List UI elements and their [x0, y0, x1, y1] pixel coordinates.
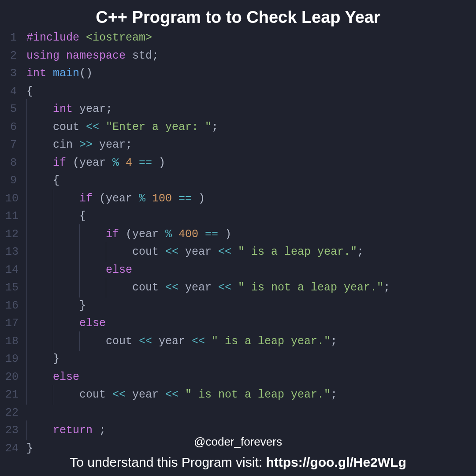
token: ( [99, 192, 106, 205]
token: cout [79, 388, 112, 401]
code-content: { [26, 174, 471, 187]
code-content: else [26, 264, 471, 276]
code-content: int main() [26, 67, 471, 80]
token: ; [212, 121, 218, 134]
code-content: using namespace std; [26, 49, 471, 62]
line-number: 11 [5, 210, 26, 223]
code-content: cout << year << " is not a leap year."; [26, 388, 471, 401]
token: 4 [126, 156, 139, 169]
token: " is a leap year." [238, 245, 357, 258]
line-number: 20 [5, 371, 26, 383]
token: << [165, 245, 185, 258]
token: << [192, 335, 212, 348]
code-line: 16} [5, 299, 471, 317]
token: << [86, 121, 106, 134]
code-line: 9{ [5, 174, 471, 192]
token: % [112, 156, 126, 169]
token: cout [53, 121, 86, 134]
token: cout [106, 335, 139, 348]
token: >> [79, 138, 99, 151]
token: if [79, 192, 99, 205]
token: ; [152, 49, 159, 62]
token: == [205, 228, 225, 241]
code-line: 1#include <iostream> [5, 31, 471, 49]
token: year [106, 192, 139, 205]
token: << [139, 335, 159, 348]
code-content: { [26, 210, 471, 223]
code-line: 7cin >> year; [5, 138, 471, 156]
token: " is not a leap year." [238, 281, 383, 294]
line-number: 6 [5, 121, 26, 134]
line-number: 4 [5, 85, 26, 98]
code-content: cout << "Enter a year: "; [26, 121, 471, 134]
code-line: 19} [5, 353, 471, 371]
token: 100 [152, 192, 178, 205]
line-number: 15 [5, 281, 26, 294]
token: namespace [66, 49, 132, 62]
token: == [139, 156, 159, 169]
line-number: 9 [5, 174, 26, 187]
code-line: 6cout << "Enter a year: "; [5, 121, 471, 139]
line-number: 13 [5, 245, 26, 258]
code-content: else [26, 371, 471, 383]
line-number: 5 [5, 103, 26, 115]
token: std [132, 49, 152, 62]
token: ; [331, 388, 337, 401]
line-number: 21 [5, 388, 26, 401]
line-number: 18 [5, 335, 26, 348]
code-content: cin >> year; [26, 138, 471, 151]
code-line: 18cout << year << " is a leap year."; [5, 335, 471, 353]
footer-text: To understand this Program visit: [70, 455, 266, 469]
code-content: { [26, 85, 471, 98]
token: cout [132, 281, 165, 294]
token: } [53, 353, 60, 365]
token: ) [159, 156, 165, 169]
code-content: } [26, 353, 471, 365]
line-number: 14 [5, 264, 26, 276]
token: == [178, 192, 198, 205]
token: ; [106, 103, 112, 115]
line-number: 16 [5, 299, 26, 312]
code-content: } [26, 299, 471, 312]
token: << [165, 281, 185, 294]
code-line: 15cout << year << " is not a leap year."… [5, 281, 471, 299]
code-content: else [26, 317, 471, 330]
token: int [26, 67, 53, 80]
token: " is a leap year." [212, 335, 331, 348]
footer-note: To understand this Program visit: https:… [0, 455, 476, 470]
token: year [79, 156, 112, 169]
token: else [106, 264, 132, 276]
code-content: #include <iostream> [26, 31, 471, 44]
code-line: 13cout << year << " is a leap year."; [5, 245, 471, 264]
code-line: 11{ [5, 210, 471, 228]
token: ; [126, 138, 132, 151]
token: year [99, 138, 126, 151]
token: << [218, 281, 238, 294]
token: cout [132, 245, 165, 258]
token: <iostream> [86, 31, 152, 44]
token: year [132, 388, 165, 401]
token: "Enter a year: " [106, 121, 212, 134]
code-content: if (year % 400 == ) [26, 228, 471, 241]
token: 400 [178, 228, 205, 241]
code-editor: 1#include <iostream>2using namespace std… [0, 31, 476, 460]
token: if [106, 228, 126, 241]
token: ; [331, 335, 337, 348]
token: " is not a leap year." [185, 388, 331, 401]
code-content: if (year % 100 == ) [26, 192, 471, 205]
token: cin [53, 138, 79, 151]
token: year [185, 245, 218, 258]
token: year [79, 103, 106, 115]
token: year [185, 281, 218, 294]
code-line: 2using namespace std; [5, 49, 471, 67]
token: ) [198, 192, 205, 205]
code-content: int year; [26, 103, 471, 115]
token: int [53, 103, 79, 115]
code-line: 17else [5, 317, 471, 335]
token: ) [225, 228, 231, 241]
line-number: 17 [5, 317, 26, 330]
token: year [159, 335, 192, 348]
token: { [26, 85, 33, 98]
code-line: 4{ [5, 85, 471, 103]
token: main [53, 67, 79, 80]
